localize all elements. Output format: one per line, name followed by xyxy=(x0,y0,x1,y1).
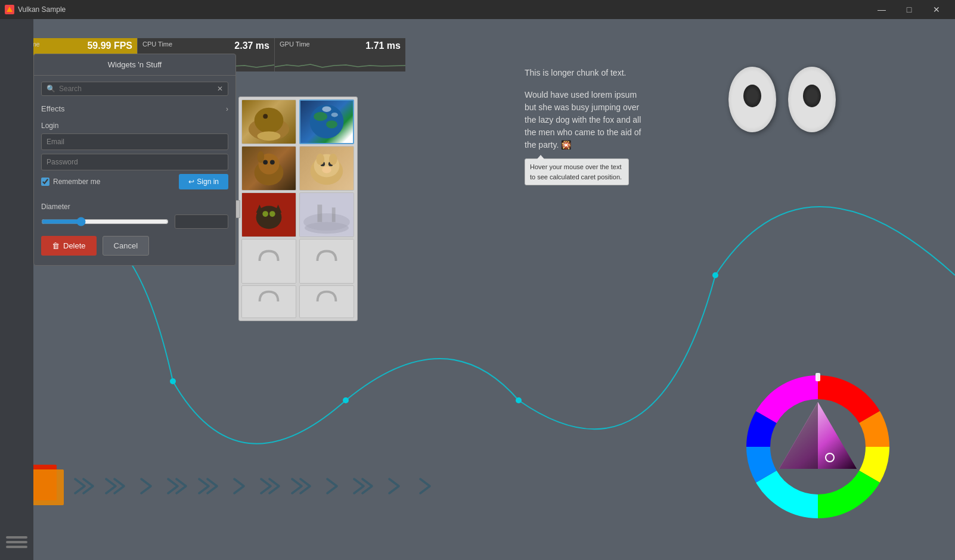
minimize-button[interactable]: — xyxy=(868,0,895,19)
password-input[interactable] xyxy=(41,154,228,170)
search-icon: 🔍 xyxy=(46,85,55,93)
svg-point-1 xyxy=(170,378,176,384)
gallery-item-1[interactable] xyxy=(299,99,354,144)
eyes-container xyxy=(728,67,836,132)
effects-chevron-icon: › xyxy=(226,105,228,113)
right-pupil xyxy=(803,85,821,107)
trash-icon: 🗑 xyxy=(52,241,60,250)
title-bar: Vulkan Sample — □ ✕ xyxy=(0,0,955,19)
cancel-button[interactable]: Cancel xyxy=(103,236,149,256)
gallery-item-0[interactable] xyxy=(241,99,296,144)
color-wheel-container[interactable] xyxy=(740,369,895,524)
search-row[interactable]: 🔍 ✕ xyxy=(41,82,228,96)
left-eye xyxy=(728,67,776,132)
svg-point-10 xyxy=(314,112,327,121)
caret-tooltip: Hover your mouse over the text to see ca… xyxy=(525,158,629,185)
remember-checkbox[interactable] xyxy=(41,178,49,186)
tooltip-text: Hover your mouse over the text to see ca… xyxy=(530,163,622,181)
signin-icon: ↩ xyxy=(188,178,194,186)
gpu-time-value: 1.71 ms xyxy=(365,41,401,51)
svg-point-4 xyxy=(712,272,718,278)
svg-point-34 xyxy=(305,222,349,234)
cpu-time-value: 2.37 ms xyxy=(234,41,269,51)
signin-label: Sign in xyxy=(197,178,219,186)
gallery-item-8[interactable] xyxy=(241,285,296,318)
text-paragraph-2: Would have used lorem ipsum but she was … xyxy=(525,89,644,151)
gallery-panel: ‹ xyxy=(238,97,358,321)
gallery-grid xyxy=(241,99,355,318)
app-title: Vulkan Sample xyxy=(18,5,868,14)
svg-point-7 xyxy=(263,114,268,119)
gpu-graph xyxy=(275,60,405,71)
search-clear-button[interactable]: ✕ xyxy=(217,85,223,93)
svg-point-29 xyxy=(269,211,275,217)
gallery-item-4[interactable] xyxy=(241,192,296,237)
arrow-icon-5[interactable] xyxy=(196,472,224,500)
diameter-row: 123.00 px xyxy=(41,214,228,229)
arrow-icon-2[interactable] xyxy=(103,472,131,500)
search-input[interactable] xyxy=(59,85,217,93)
right-eye xyxy=(788,67,836,132)
gallery-item-7[interactable] xyxy=(299,239,354,284)
text-paragraph-1: This is longer chunk of text. xyxy=(525,67,644,79)
left-pupil xyxy=(743,85,761,107)
arrow-icon-4[interactable] xyxy=(165,472,193,500)
svg-point-3 xyxy=(516,397,522,403)
svg-point-11 xyxy=(326,120,337,128)
gpu-time-widget: GPU Time 1.71 ms xyxy=(274,38,405,71)
diameter-input[interactable]: 123.00 px xyxy=(175,214,228,229)
arrow-icon-6[interactable] xyxy=(227,472,255,500)
email-input[interactable] xyxy=(41,133,228,150)
delete-label: Delete xyxy=(63,241,86,250)
arrow-icon-12[interactable] xyxy=(413,472,441,500)
login-title: Login xyxy=(41,122,228,130)
svg-point-28 xyxy=(262,211,268,217)
menu-line-3 xyxy=(6,546,27,548)
svg-point-16 xyxy=(263,160,268,164)
gallery-item-6[interactable] xyxy=(241,239,296,284)
menu-line-1 xyxy=(6,536,27,539)
gallery-item-5[interactable] xyxy=(299,192,354,237)
gallery-item-2[interactable] xyxy=(241,146,296,191)
diameter-label: Diameter xyxy=(41,203,228,211)
arrow-icon-8[interactable] xyxy=(289,472,317,500)
arrow-icon-1[interactable] xyxy=(72,472,100,500)
arrow-icon-7[interactable] xyxy=(258,472,286,500)
login-section: Login Remember me ↩ Sign in xyxy=(34,118,235,198)
arrow-icon-3[interactable] xyxy=(134,472,162,500)
delete-button[interactable]: 🗑 Delete xyxy=(41,236,97,256)
diameter-section: Diameter 123.00 px xyxy=(34,198,235,229)
diameter-slider[interactable] xyxy=(41,217,169,226)
arrow-icon-9[interactable] xyxy=(320,472,348,500)
gallery-item-9[interactable] xyxy=(299,285,354,318)
signin-button[interactable]: ↩ Sign in xyxy=(179,174,228,189)
widget-panel-title: Widgets 'n Stuff xyxy=(34,54,235,76)
svg-point-25 xyxy=(322,166,331,173)
cancel-label: Cancel xyxy=(114,241,138,250)
hamburger-menu[interactable] xyxy=(6,536,27,548)
svg-point-2 xyxy=(343,397,349,403)
arrow-icon-10[interactable] xyxy=(351,472,379,500)
main-canvas: Frame Time 59.99 FPS 16.67 ms CPU Time 2… xyxy=(0,19,955,560)
svg-rect-35 xyxy=(317,204,322,222)
arrow-icon-11[interactable] xyxy=(382,472,410,500)
action-buttons: 🗑 Delete Cancel xyxy=(34,229,235,256)
svg-rect-37 xyxy=(242,239,296,283)
svg-rect-36 xyxy=(331,207,335,222)
svg-point-6 xyxy=(255,108,284,133)
remember-row: Remember me ↩ Sign in xyxy=(41,174,228,189)
remember-label: Remember me xyxy=(53,178,100,186)
svg-point-8 xyxy=(258,132,281,141)
effects-row[interactable]: Effects › xyxy=(34,99,235,118)
close-button[interactable]: ✕ xyxy=(923,0,950,19)
maximize-button[interactable]: □ xyxy=(895,0,923,19)
text-block: This is longer chunk of text. Would have… xyxy=(525,67,644,185)
gallery-item-3[interactable] xyxy=(299,146,354,191)
left-sidebar xyxy=(0,19,33,560)
effects-label: Effects xyxy=(41,104,65,113)
color-wheel-svg[interactable] xyxy=(740,369,895,524)
svg-marker-0 xyxy=(7,7,13,12)
svg-point-12 xyxy=(322,106,331,111)
widget-panel: Widgets 'n Stuff 🔍 ✕ Effects › Login Rem… xyxy=(33,54,236,266)
app-icon xyxy=(5,5,14,14)
